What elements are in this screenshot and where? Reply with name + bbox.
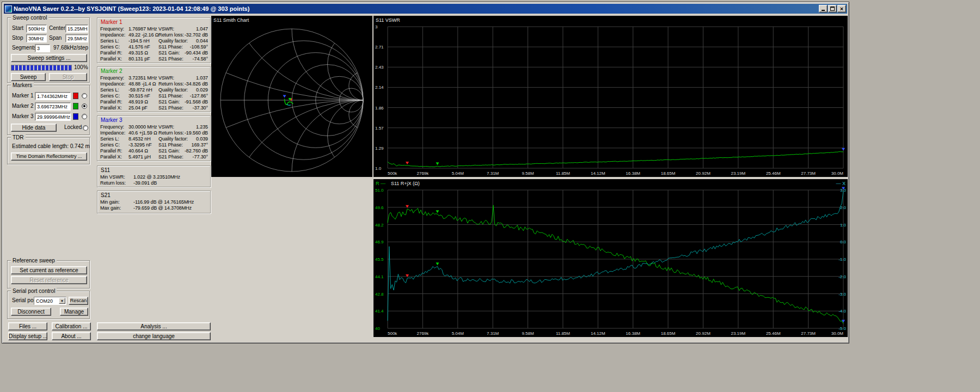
svg-text:27.73M: 27.73M xyxy=(801,171,816,176)
s11-return-loss-row: Return loss: -39.091 dB xyxy=(97,180,210,186)
svg-text:46.9: 46.9 xyxy=(375,240,384,244)
svg-text:1.29: 1.29 xyxy=(375,146,384,151)
start-input[interactable]: 500kHz xyxy=(26,24,47,33)
svg-text:S11 Smith Chart: S11 Smith Chart xyxy=(213,17,249,23)
marker-data-row: Series L:8.4532 nHQuality factor:0.039 xyxy=(97,136,210,142)
rjx-chart[interactable]: 500k2769k5.04M7.31M9.58M11.85M14.12M16.3… xyxy=(373,179,848,337)
svg-text:23.19M: 23.19M xyxy=(731,171,746,176)
marker-data-row: Series C:-3.3295 nFS11 Phase:169.37° xyxy=(97,142,210,148)
marker-select-radio[interactable] xyxy=(82,103,87,109)
set-reference-button[interactable]: Set current as reference xyxy=(11,266,87,274)
svg-text:11.85M: 11.85M xyxy=(556,331,570,336)
marker-info-box: Marker 3Frequency:30.0000 MHzVSWR:1.235I… xyxy=(97,115,211,161)
serial-port-select[interactable]: COM20 ▼ xyxy=(34,297,66,305)
chevron-down-icon[interactable]: ▼ xyxy=(59,298,65,304)
marker-data-row: Parallel R:49.315 ΩS21 Gain:-90.434 dB xyxy=(97,50,210,56)
s21-min-gain-row: Min gain: -116.99 dB @ 14.76165MHz xyxy=(97,199,210,205)
svg-text:5.04M: 5.04M xyxy=(452,171,464,176)
step-size-label: 97.68kHz/step xyxy=(51,44,88,52)
display-setup-button[interactable]: Display setup ... xyxy=(8,332,47,340)
segments-input[interactable]: 3 xyxy=(35,44,50,52)
marker-data-row: Parallel R:48.919 ΩS21 Gain:-91.568 dB xyxy=(97,99,210,105)
vswr-chart[interactable]: 500k2769k5.04M7.31M9.58M11.85M14.12M16.3… xyxy=(373,16,848,177)
start-label: Start xyxy=(12,24,23,32)
svg-text:2769k: 2769k xyxy=(416,171,429,176)
marker-data-row: Frequency:3.72351 MHzVSWR:1.037 xyxy=(97,75,210,81)
calibration-button[interactable]: Calibration ... xyxy=(52,322,91,330)
stop-button[interactable]: Stop xyxy=(49,73,87,81)
svg-text:20.92M: 20.92M xyxy=(696,331,710,336)
minimize-button[interactable] xyxy=(819,5,828,13)
svg-text:5.04M: 5.04M xyxy=(452,331,464,336)
svg-text:40: 40 xyxy=(375,326,380,331)
smith-chart[interactable]: S11 Smith Chart xyxy=(211,16,372,177)
close-button[interactable]: × xyxy=(837,5,846,13)
svg-text:18.65M: 18.65M xyxy=(661,171,676,176)
marker-box-title: Marker 3 xyxy=(97,116,210,124)
svg-text:1.86: 1.86 xyxy=(375,106,384,111)
hide-data-button[interactable]: Hide data xyxy=(11,124,57,132)
svg-text:11.85M: 11.85M xyxy=(556,171,570,176)
locked-checkbox[interactable] xyxy=(83,125,88,131)
marker-data-row: Series L:-59.872 nHQuality factor:0.029 xyxy=(97,87,210,93)
marker-color-swatch[interactable] xyxy=(73,113,78,120)
s21-max-gain-value: -79.659 dB @ 14.3708MHz xyxy=(133,205,192,211)
center-label: Center xyxy=(49,24,65,32)
app-window: NanoVNA Saver 0.2.2--by SYSJOINT (Sweep1… xyxy=(2,2,849,344)
locked-label: Locked xyxy=(64,124,82,131)
svg-text:41.4: 41.4 xyxy=(375,309,384,314)
about-button[interactable]: About ... xyxy=(52,332,91,340)
manage-button[interactable]: Manage xyxy=(60,308,88,316)
sweep-settings-button[interactable]: Sweep settings ... xyxy=(11,54,87,62)
svg-text:1.0: 1.0 xyxy=(375,166,382,171)
maximize-button[interactable] xyxy=(828,5,837,13)
marker-select-radio[interactable] xyxy=(82,93,87,99)
marker-frequency-input[interactable]: 29.999964MHz xyxy=(35,113,71,121)
minimize-icon xyxy=(822,10,825,11)
marker-frequency-input[interactable]: 1.744362MHz xyxy=(35,92,71,100)
sweep-button[interactable]: Sweep xyxy=(11,73,46,81)
span-label: Span xyxy=(49,34,62,42)
marker-frequency-input[interactable]: 3.696723MHz xyxy=(35,102,71,111)
svg-text:S11 VSWR: S11 VSWR xyxy=(376,17,400,23)
disconnect-button[interactable]: Disconnect xyxy=(11,308,51,316)
files-button[interactable]: Files ... xyxy=(8,322,47,330)
s11-min-vswr-value: 1.022 @ 3.23510MHz xyxy=(133,174,180,180)
svg-text:14.12M: 14.12M xyxy=(591,331,605,336)
svg-text:-4.0: -4.0 xyxy=(838,309,846,314)
svg-text:18.65M: 18.65M xyxy=(661,331,676,336)
s21-min-gain-label: Min gain: xyxy=(100,199,120,205)
svg-text:2.43: 2.43 xyxy=(375,65,384,70)
stop-label: Stop xyxy=(12,34,23,42)
svg-text:42.8: 42.8 xyxy=(375,292,384,297)
s21-summary-box: S21 Min gain: -116.99 dB @ 14.76165MHz M… xyxy=(97,191,211,213)
sweep-control-group: Sweep control Start 500kHz Center 15.25M… xyxy=(7,17,90,83)
center-input[interactable]: 15.25MHz xyxy=(65,24,88,33)
s21-min-gain-value: -116.99 dB @ 14.76165MHz xyxy=(133,199,194,205)
svg-text:-2.0: -2.0 xyxy=(838,274,846,279)
marker-data-row: Impedance:49.22 -j2.16 ΩReturn loss:-32.… xyxy=(97,32,210,38)
span-input[interactable]: 29.5MHz xyxy=(65,34,88,42)
marker-data-row: Impedance:40.6 +j1.59 ΩReturn loss:-19.5… xyxy=(97,130,210,136)
serial-port-legend: Serial port control xyxy=(11,288,57,294)
rescan-button[interactable]: Rescan xyxy=(69,297,88,305)
analysis-button[interactable]: Analysis ... xyxy=(97,322,211,330)
marker-data-row: Parallel X:80.131 pFS21 Phase:-74.58° xyxy=(97,56,210,62)
s11-summary-box: S11 Min VSWR: 1.022 @ 3.23510MHz Return … xyxy=(97,166,211,187)
marker-label: Marker 1 xyxy=(12,92,33,100)
change-language-button[interactable]: change language xyxy=(97,332,211,340)
marker-color-swatch[interactable] xyxy=(73,103,78,109)
tdr-button[interactable]: Time Domain Reflectometry ... xyxy=(11,152,87,161)
s21-max-gain-row: Max gain: -79.659 dB @ 14.3708MHz xyxy=(97,205,210,211)
marker-select-radio[interactable] xyxy=(82,114,87,119)
marker-data-row: Parallel R:40.664 ΩS21 Gain:-82.760 dB xyxy=(97,148,210,154)
marker-data-row: Parallel X:25.04 pFS21 Phase:-37.30° xyxy=(97,105,210,111)
stop-input[interactable]: 30MHz xyxy=(26,34,47,42)
reset-reference-button[interactable]: Reset reference xyxy=(11,276,87,284)
svg-text:51.0: 51.0 xyxy=(375,188,384,193)
s11-return-loss-value: -39.091 dB xyxy=(133,180,157,186)
svg-text:30.0M: 30.0M xyxy=(831,171,844,176)
marker-color-swatch[interactable] xyxy=(73,93,78,99)
title-bar[interactable]: NanoVNA Saver 0.2.2--by SYSJOINT (Sweep1… xyxy=(4,4,847,14)
s21-max-gain-label: Max gain: xyxy=(100,205,121,211)
